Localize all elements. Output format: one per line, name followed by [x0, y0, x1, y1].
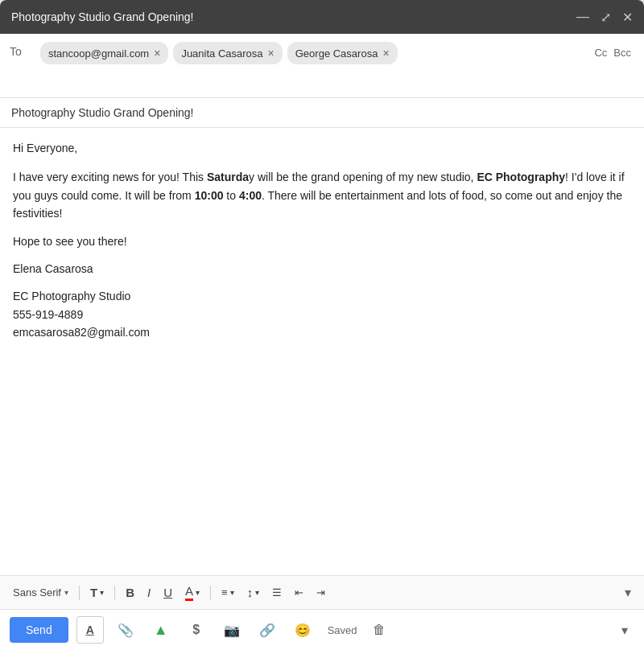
font-color-chevron: ▾ — [196, 588, 200, 597]
main-paragraph: I have very exciting news for you! This … — [13, 168, 631, 222]
line-spacing-button[interactable]: ↕ ▾ — [242, 582, 265, 603]
format-text-icon: A — [86, 623, 94, 636]
emoji-button[interactable]: 😊 — [289, 616, 316, 644]
emoji-icon: 😊 — [295, 623, 311, 638]
to-field-row: To stancoop@gmail.com × Juanita Casarosa… — [0, 34, 644, 98]
drive-button[interactable]: ▲ — [147, 616, 175, 644]
attach-button[interactable]: 📎 — [112, 616, 139, 644]
minimize-button[interactable]: — — [576, 10, 589, 24]
bottom-bar: Send A 📎 ▲ $ 📷 🔗 😊 Saved 🗑 ▾ — [0, 609, 644, 650]
toolbar-sep-1 — [79, 586, 80, 600]
chip-3-name: George Casarosa — [295, 47, 378, 60]
subject-text: Photography Studio Grand Opening! — [11, 106, 194, 119]
indent-right-icon: ⇥ — [316, 586, 325, 599]
signature-studio: EC Photography Studio — [13, 290, 130, 302]
align-button[interactable]: ≡ ▾ — [217, 583, 239, 602]
chip-2-remove[interactable]: × — [268, 47, 275, 59]
bold-icon: B — [126, 586, 134, 599]
italic-button[interactable]: I — [142, 582, 155, 603]
recipient-chip-1[interactable]: stancoop@gmail.com × — [40, 42, 168, 64]
saved-status: Saved — [328, 624, 357, 636]
delete-button[interactable]: 🗑 — [365, 616, 393, 644]
line-spacing-chevron: ▾ — [255, 588, 259, 597]
align-chevron: ▾ — [230, 588, 234, 597]
close-button[interactable]: ✕ — [622, 10, 633, 25]
bold-button[interactable]: B — [121, 582, 139, 603]
more-options-icon: ▾ — [621, 623, 628, 637]
delete-icon: 🗑 — [373, 623, 386, 637]
font-color-button[interactable]: A ▾ — [180, 581, 204, 604]
chip-1-name: stancoop@gmail.com — [48, 47, 149, 60]
font-color-icon: A — [185, 584, 193, 601]
signature-email: emcasarosa82@gmail.com — [13, 326, 150, 339]
send-button[interactable]: Send — [10, 617, 68, 643]
font-family-chevron: ▾ — [64, 588, 68, 597]
email-body[interactable]: Hi Everyone, I have very exciting news f… — [0, 128, 644, 575]
toolbar-more-icon: ▾ — [625, 586, 631, 599]
font-family-label: Sans Serif — [13, 586, 61, 599]
to-label: To — [10, 40, 32, 58]
indent-left-icon: ⇤ — [295, 586, 303, 599]
line-spacing-icon: ↕ — [247, 586, 254, 599]
bcc-button[interactable]: Bcc — [613, 47, 631, 59]
recipients-area[interactable]: stancoop@gmail.com × Juanita Casarosa × … — [40, 40, 594, 64]
window-controls: — ⤢ ✕ — [576, 10, 633, 25]
link-button[interactable]: 🔗 — [254, 616, 281, 644]
compose-window: Photography Studio Grand Opening! — ⤢ ✕ … — [0, 0, 644, 650]
align-icon: ≡ — [221, 586, 228, 599]
font-size-icon: T — [90, 586, 97, 599]
photo-button[interactable]: 📷 — [218, 616, 246, 644]
formatting-toolbar: Sans Serif ▾ T ▾ B I U A ▾ ≡ ▾ ↕ ▾ — [0, 575, 644, 609]
recipient-chip-2[interactable]: Juanita Casarosa × — [173, 42, 282, 64]
greeting-line: Hi Everyone, — [13, 139, 631, 157]
dollar-icon: $ — [192, 623, 200, 637]
cc-bcc-area: Cc Bcc — [594, 40, 634, 59]
font-family-selector[interactable]: Sans Serif ▾ — [8, 583, 73, 602]
format-text-button[interactable]: A — [76, 616, 104, 644]
font-size-button[interactable]: T ▾ — [85, 582, 109, 603]
unordered-list-icon: ☰ — [272, 586, 282, 599]
chip-3-remove[interactable]: × — [382, 47, 389, 59]
title-bar: Photography Studio Grand Opening! — ⤢ ✕ — [0, 0, 644, 34]
maximize-button[interactable]: ⤢ — [601, 10, 611, 25]
toolbar-more-button[interactable]: ▾ — [620, 582, 636, 603]
toolbar-sep-3 — [210, 586, 211, 600]
chip-2-name: Juanita Casarosa — [181, 47, 262, 60]
chip-1-remove[interactable]: × — [154, 47, 160, 59]
indent-right-button[interactable]: ⇥ — [312, 583, 330, 602]
photo-icon: 📷 — [224, 623, 240, 638]
window-title: Photography Studio Grand Opening! — [11, 10, 194, 23]
subject-row[interactable]: Photography Studio Grand Opening! — [0, 98, 644, 128]
link-icon: 🔗 — [259, 623, 275, 638]
underline-icon: U — [163, 586, 172, 599]
signature-name: Elena Casarosa — [13, 260, 631, 278]
underline-button[interactable]: U — [159, 582, 177, 603]
recipient-chip-3[interactable]: George Casarosa × — [287, 42, 398, 64]
font-size-chevron: ▾ — [100, 588, 104, 597]
toolbar-sep-2 — [114, 586, 115, 600]
signature-phone: 555-919-4889 — [13, 308, 83, 321]
more-options-button[interactable]: ▾ — [615, 619, 634, 641]
cc-button[interactable]: Cc — [594, 47, 607, 59]
italic-icon: I — [147, 586, 151, 599]
dollar-button[interactable]: $ — [183, 616, 210, 644]
indent-left-button[interactable]: ⇤ — [290, 583, 308, 602]
signature-block: EC Photography Studio 555-919-4889 emcas… — [13, 287, 631, 341]
drive-icon: ▲ — [154, 622, 168, 639]
attach-icon: 📎 — [118, 623, 134, 638]
hope-line: Hope to see you there! — [13, 232, 631, 250]
unordered-list-button[interactable]: ☰ — [267, 583, 287, 602]
